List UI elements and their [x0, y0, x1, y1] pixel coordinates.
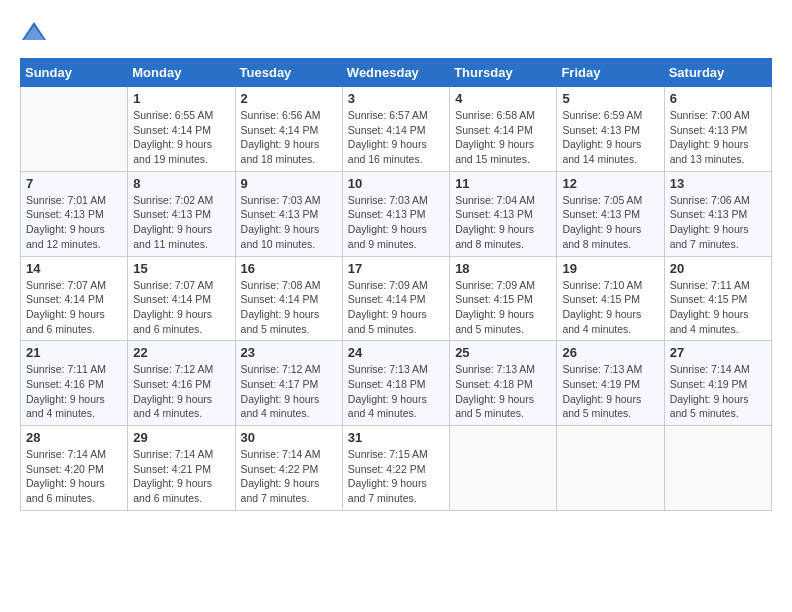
calendar-cell: 10Sunrise: 7:03 AM Sunset: 4:13 PM Dayli… — [342, 171, 449, 256]
header-sunday: Sunday — [21, 59, 128, 87]
day-info: Sunrise: 7:14 AM Sunset: 4:21 PM Dayligh… — [133, 447, 229, 506]
header-wednesday: Wednesday — [342, 59, 449, 87]
calendar-cell: 15Sunrise: 7:07 AM Sunset: 4:14 PM Dayli… — [128, 256, 235, 341]
day-info: Sunrise: 7:13 AM Sunset: 4:18 PM Dayligh… — [348, 362, 444, 421]
logo-icon — [20, 20, 48, 48]
calendar-cell: 4Sunrise: 6:58 AM Sunset: 4:14 PM Daylig… — [450, 87, 557, 172]
calendar-cell: 16Sunrise: 7:08 AM Sunset: 4:14 PM Dayli… — [235, 256, 342, 341]
day-number: 1 — [133, 91, 229, 106]
day-number: 14 — [26, 261, 122, 276]
day-info: Sunrise: 7:09 AM Sunset: 4:14 PM Dayligh… — [348, 278, 444, 337]
calendar-table: SundayMondayTuesdayWednesdayThursdayFrid… — [20, 58, 772, 511]
day-info: Sunrise: 7:09 AM Sunset: 4:15 PM Dayligh… — [455, 278, 551, 337]
day-number: 21 — [26, 345, 122, 360]
day-number: 18 — [455, 261, 551, 276]
day-info: Sunrise: 7:10 AM Sunset: 4:15 PM Dayligh… — [562, 278, 658, 337]
day-info: Sunrise: 7:03 AM Sunset: 4:13 PM Dayligh… — [241, 193, 337, 252]
calendar-cell — [21, 87, 128, 172]
day-number: 13 — [670, 176, 766, 191]
calendar-cell: 17Sunrise: 7:09 AM Sunset: 4:14 PM Dayli… — [342, 256, 449, 341]
day-number: 15 — [133, 261, 229, 276]
day-info: Sunrise: 6:57 AM Sunset: 4:14 PM Dayligh… — [348, 108, 444, 167]
calendar-cell: 30Sunrise: 7:14 AM Sunset: 4:22 PM Dayli… — [235, 426, 342, 511]
calendar-header-row: SundayMondayTuesdayWednesdayThursdayFrid… — [21, 59, 772, 87]
day-info: Sunrise: 7:14 AM Sunset: 4:20 PM Dayligh… — [26, 447, 122, 506]
calendar-cell: 11Sunrise: 7:04 AM Sunset: 4:13 PM Dayli… — [450, 171, 557, 256]
calendar-cell: 21Sunrise: 7:11 AM Sunset: 4:16 PM Dayli… — [21, 341, 128, 426]
day-info: Sunrise: 7:08 AM Sunset: 4:14 PM Dayligh… — [241, 278, 337, 337]
day-number: 31 — [348, 430, 444, 445]
day-info: Sunrise: 7:07 AM Sunset: 4:14 PM Dayligh… — [133, 278, 229, 337]
day-number: 19 — [562, 261, 658, 276]
header-saturday: Saturday — [664, 59, 771, 87]
calendar-cell: 29Sunrise: 7:14 AM Sunset: 4:21 PM Dayli… — [128, 426, 235, 511]
calendar-cell: 3Sunrise: 6:57 AM Sunset: 4:14 PM Daylig… — [342, 87, 449, 172]
day-info: Sunrise: 7:14 AM Sunset: 4:19 PM Dayligh… — [670, 362, 766, 421]
calendar-cell — [664, 426, 771, 511]
day-info: Sunrise: 7:00 AM Sunset: 4:13 PM Dayligh… — [670, 108, 766, 167]
calendar-week-3: 14Sunrise: 7:07 AM Sunset: 4:14 PM Dayli… — [21, 256, 772, 341]
header-thursday: Thursday — [450, 59, 557, 87]
day-info: Sunrise: 7:03 AM Sunset: 4:13 PM Dayligh… — [348, 193, 444, 252]
calendar-week-4: 21Sunrise: 7:11 AM Sunset: 4:16 PM Dayli… — [21, 341, 772, 426]
day-number: 9 — [241, 176, 337, 191]
day-number: 30 — [241, 430, 337, 445]
day-number: 2 — [241, 91, 337, 106]
day-info: Sunrise: 7:14 AM Sunset: 4:22 PM Dayligh… — [241, 447, 337, 506]
day-number: 12 — [562, 176, 658, 191]
calendar-cell: 28Sunrise: 7:14 AM Sunset: 4:20 PM Dayli… — [21, 426, 128, 511]
day-number: 24 — [348, 345, 444, 360]
calendar-cell — [450, 426, 557, 511]
day-number: 5 — [562, 91, 658, 106]
calendar-cell: 13Sunrise: 7:06 AM Sunset: 4:13 PM Dayli… — [664, 171, 771, 256]
day-info: Sunrise: 6:58 AM Sunset: 4:14 PM Dayligh… — [455, 108, 551, 167]
day-number: 6 — [670, 91, 766, 106]
day-number: 26 — [562, 345, 658, 360]
day-number: 28 — [26, 430, 122, 445]
calendar-cell: 19Sunrise: 7:10 AM Sunset: 4:15 PM Dayli… — [557, 256, 664, 341]
calendar-cell: 26Sunrise: 7:13 AM Sunset: 4:19 PM Dayli… — [557, 341, 664, 426]
day-info: Sunrise: 6:59 AM Sunset: 4:13 PM Dayligh… — [562, 108, 658, 167]
logo — [20, 20, 52, 48]
calendar-cell: 18Sunrise: 7:09 AM Sunset: 4:15 PM Dayli… — [450, 256, 557, 341]
day-info: Sunrise: 7:01 AM Sunset: 4:13 PM Dayligh… — [26, 193, 122, 252]
day-number: 27 — [670, 345, 766, 360]
day-info: Sunrise: 7:06 AM Sunset: 4:13 PM Dayligh… — [670, 193, 766, 252]
calendar-cell: 5Sunrise: 6:59 AM Sunset: 4:13 PM Daylig… — [557, 87, 664, 172]
day-number: 10 — [348, 176, 444, 191]
calendar-cell: 23Sunrise: 7:12 AM Sunset: 4:17 PM Dayli… — [235, 341, 342, 426]
day-number: 17 — [348, 261, 444, 276]
day-info: Sunrise: 7:13 AM Sunset: 4:19 PM Dayligh… — [562, 362, 658, 421]
calendar-week-2: 7Sunrise: 7:01 AM Sunset: 4:13 PM Daylig… — [21, 171, 772, 256]
calendar-cell: 22Sunrise: 7:12 AM Sunset: 4:16 PM Dayli… — [128, 341, 235, 426]
day-number: 25 — [455, 345, 551, 360]
day-info: Sunrise: 6:55 AM Sunset: 4:14 PM Dayligh… — [133, 108, 229, 167]
day-number: 8 — [133, 176, 229, 191]
day-number: 23 — [241, 345, 337, 360]
calendar-cell: 6Sunrise: 7:00 AM Sunset: 4:13 PM Daylig… — [664, 87, 771, 172]
day-number: 3 — [348, 91, 444, 106]
calendar-cell: 1Sunrise: 6:55 AM Sunset: 4:14 PM Daylig… — [128, 87, 235, 172]
day-info: Sunrise: 7:13 AM Sunset: 4:18 PM Dayligh… — [455, 362, 551, 421]
header-monday: Monday — [128, 59, 235, 87]
day-number: 22 — [133, 345, 229, 360]
day-number: 4 — [455, 91, 551, 106]
calendar-cell: 9Sunrise: 7:03 AM Sunset: 4:13 PM Daylig… — [235, 171, 342, 256]
day-info: Sunrise: 7:12 AM Sunset: 4:17 PM Dayligh… — [241, 362, 337, 421]
day-info: Sunrise: 7:11 AM Sunset: 4:15 PM Dayligh… — [670, 278, 766, 337]
calendar-cell: 14Sunrise: 7:07 AM Sunset: 4:14 PM Dayli… — [21, 256, 128, 341]
calendar-cell: 24Sunrise: 7:13 AM Sunset: 4:18 PM Dayli… — [342, 341, 449, 426]
calendar-cell: 20Sunrise: 7:11 AM Sunset: 4:15 PM Dayli… — [664, 256, 771, 341]
day-number: 29 — [133, 430, 229, 445]
day-info: Sunrise: 7:04 AM Sunset: 4:13 PM Dayligh… — [455, 193, 551, 252]
day-info: Sunrise: 7:12 AM Sunset: 4:16 PM Dayligh… — [133, 362, 229, 421]
day-number: 16 — [241, 261, 337, 276]
calendar-cell: 27Sunrise: 7:14 AM Sunset: 4:19 PM Dayli… — [664, 341, 771, 426]
calendar-week-5: 28Sunrise: 7:14 AM Sunset: 4:20 PM Dayli… — [21, 426, 772, 511]
day-info: Sunrise: 6:56 AM Sunset: 4:14 PM Dayligh… — [241, 108, 337, 167]
day-info: Sunrise: 7:15 AM Sunset: 4:22 PM Dayligh… — [348, 447, 444, 506]
header-tuesday: Tuesday — [235, 59, 342, 87]
day-number: 11 — [455, 176, 551, 191]
day-info: Sunrise: 7:02 AM Sunset: 4:13 PM Dayligh… — [133, 193, 229, 252]
calendar-cell: 2Sunrise: 6:56 AM Sunset: 4:14 PM Daylig… — [235, 87, 342, 172]
